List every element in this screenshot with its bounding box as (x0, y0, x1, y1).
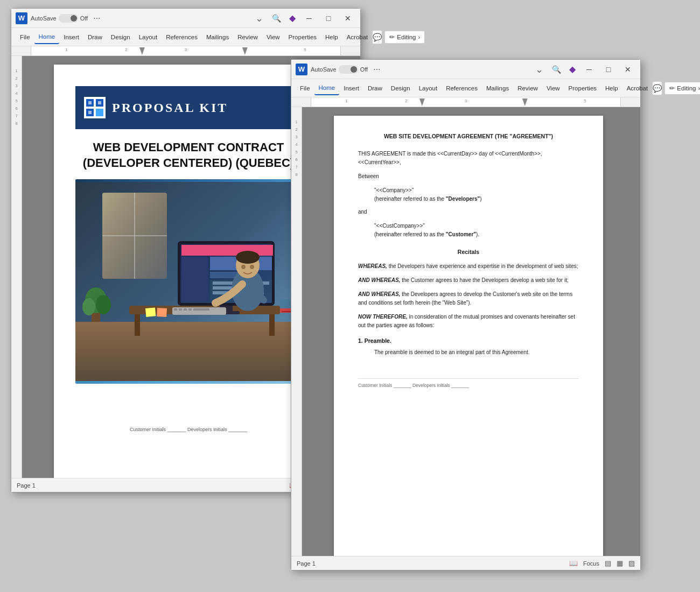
contract-between: Between (358, 172, 579, 181)
tab-references-1[interactable]: References (162, 31, 202, 44)
whereas3-italic: AND WHEREAS, (358, 291, 400, 297)
word-logo-icon-1: W (16, 12, 27, 24)
layout-icon-2a[interactable]: ▤ (605, 559, 611, 567)
pencil-icon-2: ✏ (669, 84, 675, 92)
vertical-ruler-1: 1 2 3 4 5 6 7 8 (11, 56, 22, 478)
autosave-area-1: AutoSave Off (31, 14, 88, 23)
contract-para1: THIS AGREEMENT is made this <<CurrentDay… (358, 150, 579, 167)
ribbon-1: File Home Insert Draw Design Layout Refe… (11, 28, 360, 46)
tab-home-1[interactable]: Home (34, 30, 60, 44)
ruler-1: 1 2 3 4 5 (11, 46, 360, 56)
tab-properties-2[interactable]: Properties (564, 82, 601, 95)
comment-btn-2[interactable]: 💬 (652, 81, 662, 95)
cust-company-desc: (hereinafter referred to as the "Custome… (374, 230, 579, 239)
tab-review-2[interactable]: Review (513, 82, 542, 95)
contract-footer-2: Customer Initials _______ Developers Ini… (358, 378, 579, 390)
tab-layout-2[interactable]: Layout (415, 82, 442, 95)
autosave-toggle-1[interactable] (59, 14, 78, 23)
svg-rect-44 (157, 308, 167, 317)
svg-rect-4 (88, 101, 92, 104)
svg-rect-17 (181, 245, 273, 256)
cover-main-title: WEB DEVELOPMENT CONTRACT (DEVELOPER CENT… (75, 140, 302, 171)
tab-file-1[interactable]: File (16, 31, 34, 44)
tab-help-2[interactable]: Help (601, 82, 622, 95)
contract-and: and (358, 208, 579, 216)
comment-icon-1: 💬 (373, 33, 382, 41)
tab-layout-1[interactable]: Layout (135, 31, 162, 44)
tab-view-1[interactable]: View (262, 31, 284, 44)
title-bar-2: W AutoSave Off ··· ⌄ 🔍 ◆ ─ □ ✕ (291, 60, 640, 79)
svg-rect-13 (135, 314, 140, 336)
cover-illustration (75, 179, 302, 384)
editing-btn-2[interactable]: ✏ Editing › (664, 82, 700, 95)
proposal-kit-logo (84, 97, 106, 118)
tab-help-1[interactable]: Help (321, 31, 342, 44)
pk-logo-icon (84, 97, 106, 118)
contract-company-block: "<<Company>>" (hereinafter referred to a… (374, 186, 579, 203)
minimize-icon-2: ─ (586, 65, 592, 74)
company-name: "<<Company>>" (374, 186, 579, 195)
toggle-knob-2 (351, 66, 357, 73)
more-icon-2[interactable]: ··· (371, 65, 382, 74)
autosave-label-2: AutoSave (311, 66, 337, 73)
tab-home-2[interactable]: Home (314, 81, 340, 95)
close-btn-1[interactable]: ✕ (340, 12, 356, 25)
more-icon-1[interactable]: ··· (91, 13, 102, 23)
editing-btn-1[interactable]: ✏ Editing › (384, 31, 425, 44)
reader-icon-2[interactable]: 📖 (569, 559, 578, 567)
tab-view-2[interactable]: View (542, 82, 564, 95)
svg-point-41 (82, 298, 95, 315)
editing-chevron-1: › (418, 34, 421, 40)
minimize-icon-1: ─ (306, 14, 312, 23)
editing-label-1: Editing (397, 34, 416, 40)
editing-label-2: Editing (677, 85, 696, 91)
svg-rect-14 (269, 314, 275, 336)
developers-bold: "Developers" (446, 196, 480, 202)
svg-rect-5 (98, 101, 101, 104)
layout-icon-2c[interactable]: ▨ (628, 559, 635, 567)
tab-properties-1[interactable]: Properties (284, 31, 321, 44)
tab-design-1[interactable]: Design (107, 31, 135, 44)
tab-insert-1[interactable]: Insert (59, 31, 83, 44)
tab-acrobat-2[interactable]: Acrobat (622, 82, 653, 95)
svg-rect-37 (193, 308, 209, 311)
close-icon-2: ✕ (625, 65, 631, 74)
tab-draw-2[interactable]: Draw (363, 82, 387, 95)
close-btn-2[interactable]: ✕ (620, 63, 636, 76)
cover-footer-1: Customer Initials _______ Developers Ini… (75, 427, 302, 432)
svg-rect-43 (145, 308, 156, 318)
chevron-icon-1[interactable]: ⌄ (253, 12, 265, 24)
minimize-btn-2[interactable]: ─ (581, 63, 597, 76)
ruler-2: 1 2 3 4 5 (291, 97, 640, 107)
vertical-ruler-2: 1 2 3 4 5 6 7 8 (291, 107, 302, 556)
tab-mailings-2[interactable]: Mailings (482, 82, 513, 95)
autosave-toggle-2[interactable] (339, 65, 358, 74)
tab-acrobat-1[interactable]: Acrobat (342, 31, 373, 44)
contract-whereas1: WHEREAS, the Developers have experience … (358, 262, 579, 271)
maximize-btn-2[interactable]: □ (600, 63, 617, 76)
tab-file-2[interactable]: File (296, 82, 314, 95)
layout-icon-2b[interactable]: ▦ (617, 559, 623, 567)
editing-chevron-2: › (698, 85, 701, 91)
tab-mailings-1[interactable]: Mailings (202, 31, 233, 44)
svg-rect-11 (75, 322, 302, 381)
close-icon-1: ✕ (345, 14, 351, 23)
tab-insert-2[interactable]: Insert (339, 82, 363, 95)
tab-review-1[interactable]: Review (233, 31, 262, 44)
search-btn-2[interactable]: 🔍 (549, 63, 564, 76)
tab-references-2[interactable]: References (442, 82, 482, 95)
title-bar-1: W AutoSave Off ··· ⌄ 🔍 ◆ ─ □ ✕ (11, 9, 360, 28)
page-count-2: Page 1 (297, 560, 316, 567)
focus-label-2[interactable]: Focus (583, 560, 599, 567)
comment-btn-1[interactable]: 💬 (372, 30, 382, 44)
minimize-btn-1[interactable]: ─ (301, 12, 317, 25)
svg-point-29 (236, 251, 260, 264)
svg-point-30 (241, 265, 246, 269)
tab-design-2[interactable]: Design (387, 82, 415, 95)
page-count-1: Page 1 (17, 482, 36, 489)
tab-draw-1[interactable]: Draw (83, 31, 107, 44)
maximize-btn-1[interactable]: □ (320, 12, 337, 25)
word-window-2: W AutoSave Off ··· ⌄ 🔍 ◆ ─ □ ✕ File Home… (291, 59, 641, 570)
search-btn-1[interactable]: 🔍 (269, 12, 284, 25)
chevron-icon-2[interactable]: ⌄ (533, 64, 545, 75)
